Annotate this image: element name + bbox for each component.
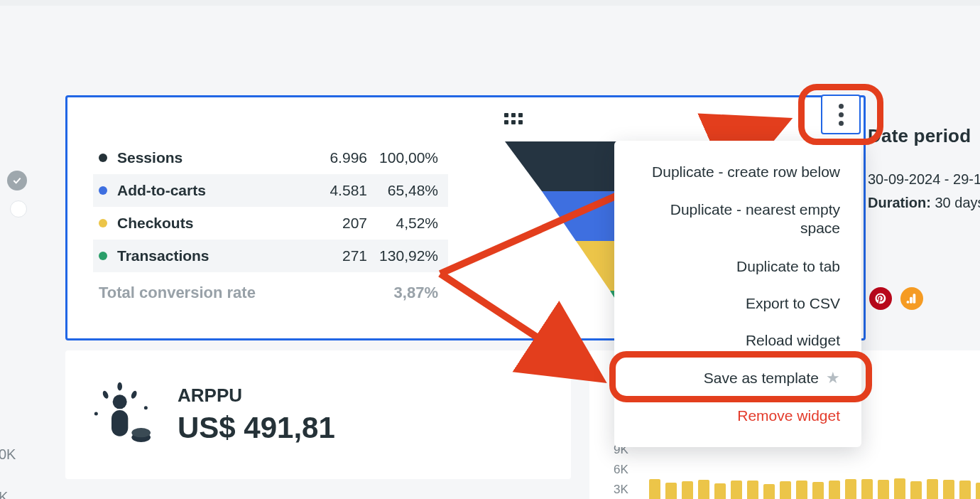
svg-point-14 [94, 412, 98, 415]
series-dot-icon [99, 154, 107, 162]
duration-value: 30 days [935, 195, 980, 210]
widget-options-button[interactable] [821, 95, 861, 134]
empty-status-dot [10, 200, 27, 218]
table-row: Add-to-carts 4.581 65,48% [93, 174, 448, 207]
conversion-label: Total conversion rate [99, 284, 394, 302]
svg-point-11 [102, 390, 109, 399]
left-axis-tick: 0K [0, 446, 16, 463]
funnel-metrics-table: Sessions 6.996 100,00% Add-to-carts 4.58… [93, 141, 448, 340]
arppu-widget[interactable]: ARPPU US$ 491,81 [65, 350, 571, 479]
arppu-title: ARPPU [178, 385, 335, 407]
data-source-icons [869, 287, 923, 310]
menu-duplicate-tab[interactable]: Duplicate to tab [614, 248, 861, 285]
metric-count: 4.581 [310, 182, 367, 199]
svg-point-13 [130, 390, 138, 399]
metric-label: Add-to-carts [117, 182, 310, 199]
metric-pct: 130,92% [367, 247, 438, 264]
table-row: Sessions 6.996 100,00% [93, 141, 448, 174]
table-row: Checkouts 207 4,52% [93, 207, 448, 240]
svg-point-12 [117, 382, 122, 390]
series-dot-icon [99, 252, 107, 260]
svg-rect-4 [913, 294, 916, 304]
star-icon: ★ [826, 369, 840, 387]
series-dot-icon [99, 219, 107, 227]
svg-point-7 [113, 395, 127, 409]
svg-rect-5 [910, 297, 913, 304]
date-period-title: Date period [868, 125, 980, 147]
left-edge-fragment [0, 171, 30, 218]
metric-count: 207 [310, 215, 367, 232]
pinterest-ads-icon[interactable] [869, 287, 892, 310]
bar-series [649, 463, 980, 499]
menu-save-template[interactable]: Save as template ★ [614, 359, 861, 397]
metric-label: Sessions [117, 149, 310, 166]
conversion-value: 3,87% [394, 284, 438, 302]
metric-pct: 4,52% [367, 215, 438, 232]
conversion-summary: Total conversion rate 3,87% [93, 272, 448, 311]
widget-context-menu: Duplicate - create row below Duplicate -… [614, 141, 861, 447]
date-duration: Duration: 30 days [868, 195, 980, 211]
duration-label: Duration: [868, 195, 931, 210]
menu-remove-widget[interactable]: Remove widget [614, 397, 861, 434]
drag-handle-icon[interactable] [504, 113, 523, 124]
metric-count: 6.996 [310, 149, 367, 166]
table-row: Transactions 271 130,92% [93, 240, 448, 272]
left-axis-tick: K [0, 489, 8, 499]
person-money-icon [87, 378, 158, 452]
menu-duplicate-empty[interactable]: Duplicate - nearest empty space [614, 191, 861, 248]
svg-point-6 [907, 301, 910, 304]
metric-pct: 65,48% [367, 182, 438, 199]
date-period-panel: Date period 30-09-2024 - 29-10 Duration:… [868, 125, 980, 218]
menu-duplicate-below[interactable]: Duplicate - create row below [614, 154, 861, 191]
app-topbar [0, 0, 980, 6]
metric-pct: 100,00% [367, 149, 438, 166]
y-tick: 3K [614, 483, 628, 497]
y-tick: 6K [614, 463, 628, 477]
arppu-value: US$ 491,81 [178, 411, 335, 445]
date-range: 30-09-2024 - 29-10 [868, 171, 980, 188]
metric-label: Checkouts [117, 215, 310, 232]
svg-point-15 [144, 406, 148, 409]
annotation-highlight-kebab [798, 84, 883, 145]
check-icon [7, 171, 27, 191]
metric-label: Transactions [117, 247, 310, 264]
menu-reload-widget[interactable]: Reload widget [614, 322, 861, 359]
svg-point-10 [131, 428, 151, 437]
svg-rect-8 [111, 410, 128, 436]
metric-count: 271 [310, 247, 367, 264]
google-analytics-icon[interactable] [900, 287, 923, 310]
menu-export-csv[interactable]: Export to CSV [614, 285, 861, 322]
series-dot-icon [99, 186, 107, 195]
